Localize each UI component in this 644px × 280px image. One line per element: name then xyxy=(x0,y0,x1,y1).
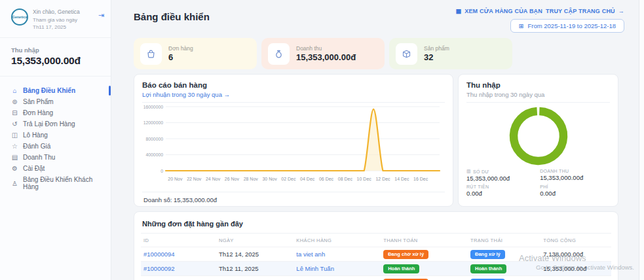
customer-link[interactable]: ta viet anh xyxy=(294,247,381,262)
svg-text:02 Dec: 02 Dec xyxy=(281,177,296,181)
income-card: Thu nhập Thu nhập trong 30 ngày qua ▥ SỐ… xyxy=(458,74,618,207)
svg-text:12000000: 12000000 xyxy=(143,120,163,125)
income-donut-chart xyxy=(507,105,570,167)
svg-text:26 Nov: 26 Nov xyxy=(225,177,240,181)
sidebar-item-label: Sản Phẩm xyxy=(23,98,54,105)
arrow-right-icon: → xyxy=(618,8,624,14)
sidebar-income-block: Thu nhập 15,353,000.00đ xyxy=(0,38,111,77)
stat-card-products: Sản phẩm 32 xyxy=(389,38,512,69)
sidebar-item-label: Bảng Điều Khiển xyxy=(23,87,75,94)
svg-text:20 Nov: 20 Nov xyxy=(168,177,183,181)
shopping-bag-icon xyxy=(140,43,162,65)
sidebar-menu: ⌂ Bảng Điều Khiển ⊚ Sản Phẩm ⊟ Đơn Hàng … xyxy=(0,77,111,192)
svg-text:8000000: 8000000 xyxy=(146,137,164,141)
stat-value: 15,353,000.00đ xyxy=(296,52,356,62)
home-icon: ⌂ xyxy=(11,87,18,94)
topbar-right: ▦ XEM CỬA HÀNG CỦA BẠN TRUY CẬP TRANG CH… xyxy=(455,8,624,33)
sidebar-item-shipments[interactable]: ◫ Lô Hàng xyxy=(0,130,111,141)
col-id: ID xyxy=(141,234,216,247)
stat-label: Đơn hàng xyxy=(168,45,193,52)
stat-value: 6 xyxy=(168,52,193,62)
profile-text: Xin chào, Genetica Tham gia vào ngày Th1… xyxy=(33,9,94,31)
boxes-icon: ◫ xyxy=(11,131,18,139)
logo-text: Genetica xyxy=(12,15,27,19)
status-badge: Đang xử lý xyxy=(470,250,505,259)
sales-card-header: Báo cáo bán hàng Lợi nhuận trong 30 ngày… xyxy=(142,81,445,103)
calendar-icon: ⊞ xyxy=(519,22,524,29)
visit-homepage-link[interactable]: TRUY CẬP TRANG CHỦ xyxy=(546,8,615,14)
box-icon xyxy=(396,43,417,65)
date-range-label: From 2025-11-19 to 2025-12-18 xyxy=(528,22,616,29)
stat-value: 32 xyxy=(424,52,449,62)
order-id-link[interactable]: #10000090 xyxy=(141,276,216,280)
package-icon: ⊚ xyxy=(11,98,18,105)
sidebar-item-customer-dashboard[interactable]: ♙ Bảng Điều Khiển Khách Hàng xyxy=(0,174,111,192)
order-id-link[interactable]: #10000092 xyxy=(141,262,216,276)
balance-value: 15,353,000.00đ xyxy=(466,175,540,182)
sidebar-item-products[interactable]: ⊚ Sản Phẩm xyxy=(0,96,111,107)
svg-text:06 Dec: 06 Dec xyxy=(319,177,334,181)
customer-link[interactable]: Lê Minh Tuấn xyxy=(294,262,381,276)
income-card-title: Thu nhập xyxy=(466,81,610,89)
sidebar-item-revenue[interactable]: ▤ Doanh Thu xyxy=(0,152,111,163)
storefront-icon: ▦ xyxy=(455,8,461,14)
svg-text:10 Dec: 10 Dec xyxy=(357,177,372,181)
svg-text:12 Dec: 12 Dec xyxy=(375,177,390,181)
joined-date-text: Tham gia vào ngày Th11 17, 2025 xyxy=(33,16,86,31)
sidebar: Genetica Xin chào, Genetica Tham gia vào… xyxy=(0,0,111,280)
revenue-value: 15,353,000.00đ xyxy=(540,174,610,181)
logout-icon[interactable]: ⇥ xyxy=(98,11,104,20)
payment-badge: Hoàn thành xyxy=(383,264,419,273)
income-card-header: Thu nhập Thu nhập trong 30 ngày qua xyxy=(466,81,610,103)
sidebar-item-label: Lô Hàng xyxy=(23,131,48,139)
income-stats-grid: ▥ SỐ DƯ 15,353,000.00đ DOANH THU 15,353,… xyxy=(466,169,610,197)
col-customer: KHÁCH HÀNG xyxy=(294,234,381,247)
scrollbar[interactable] xyxy=(639,0,644,280)
sidebar-item-dashboard[interactable]: ⌂ Bảng Điều Khiển xyxy=(0,85,111,96)
col-date: NGÀY xyxy=(216,234,294,247)
cart-icon: ⊟ xyxy=(11,109,18,116)
table-row: #10000092 Th12 11, 2025 Lê Minh Tuấn Hoà… xyxy=(141,262,611,276)
withdraw-value: 0.00đ xyxy=(466,190,540,197)
view-store-link[interactable]: XEM CỬA HÀNG CỦA BẠN xyxy=(464,8,542,14)
sales-line-chart: 160000001200000080000004000000020 Nov22 … xyxy=(142,103,446,189)
svg-text:08 Dec: 08 Dec xyxy=(338,177,353,181)
sidebar-item-order-returns[interactable]: ↺ Trả Lại Đơn Hàng xyxy=(0,118,111,130)
fee-label: PHÍ xyxy=(540,184,610,189)
customer-link[interactable]: Trần Minh Tâm xyxy=(294,276,381,280)
svg-text:22 Nov: 22 Nov xyxy=(187,177,202,181)
date-range-button[interactable]: ⊞ From 2025-11-19 to 2025-12-18 xyxy=(510,19,624,33)
sidebar-item-reviews[interactable]: ☆ Đánh Giá xyxy=(0,141,111,152)
banknote-icon: ▤ xyxy=(11,154,18,161)
top-links: ▦ XEM CỬA HÀNG CỦA BẠN TRUY CẬP TRANG CH… xyxy=(455,8,624,14)
stat-card-revenue: Doanh thu 15,353,000.00đ xyxy=(261,38,385,69)
col-total: TỔNG CỘNG xyxy=(540,234,611,247)
income-card-subtitle: Thu nhập trong 30 ngày qua xyxy=(466,91,610,98)
recent-orders-title: Những đơn đặt hàng gần đây xyxy=(141,217,611,234)
stat-label: Doanh thu xyxy=(296,45,356,52)
table-row: #10000090 Th12 11, 2025 Trần Minh Tâm Đa… xyxy=(141,276,611,280)
order-id-link[interactable]: #10000094 xyxy=(141,247,216,262)
arrow-right-icon: → xyxy=(224,91,231,98)
user-icon: ♙ xyxy=(11,180,18,187)
sidebar-item-settings[interactable]: ⚙ Cài Đặt xyxy=(0,163,111,174)
sales-card-title: Báo cáo bán hàng xyxy=(142,81,445,89)
table-row: #10000094 Th12 14, 2025 ta viet anh Đang… xyxy=(141,247,611,262)
sidebar-item-orders[interactable]: ⊟ Đơn Hàng xyxy=(0,107,111,118)
gear-icon: ⚙ xyxy=(11,165,18,172)
wallet-icon: ▥ xyxy=(466,169,471,174)
income-label: Thu nhập xyxy=(11,46,100,54)
page-title: Bảng điều khiển xyxy=(134,11,210,33)
sales-total-text: Doanh số: 15,353,000.00đ xyxy=(142,192,445,207)
order-date: Th12 14, 2025 xyxy=(216,247,294,262)
balance-label: SỐ DƯ xyxy=(473,169,489,174)
svg-text:16000000: 16000000 xyxy=(143,105,163,109)
sidebar-item-label: Đơn Hàng xyxy=(23,109,53,116)
sidebar-item-label: Bảng Điều Khiển Khách Hàng xyxy=(23,176,104,190)
charts-row: Báo cáo bán hàng Lợi nhuận trong 30 ngày… xyxy=(134,74,624,207)
greeting-text: Xin chào, Genetica xyxy=(33,9,94,15)
payment-badge: Đang chờ xử lý xyxy=(383,250,428,259)
profit-30days-link[interactable]: Lợi nhuận trong 30 ngày qua → xyxy=(142,91,445,98)
svg-text:4000000: 4000000 xyxy=(146,152,164,157)
recent-orders-table: ID NGÀY KHÁCH HÀNG THANH TOÁN TRẠNG THÁI… xyxy=(141,234,611,280)
